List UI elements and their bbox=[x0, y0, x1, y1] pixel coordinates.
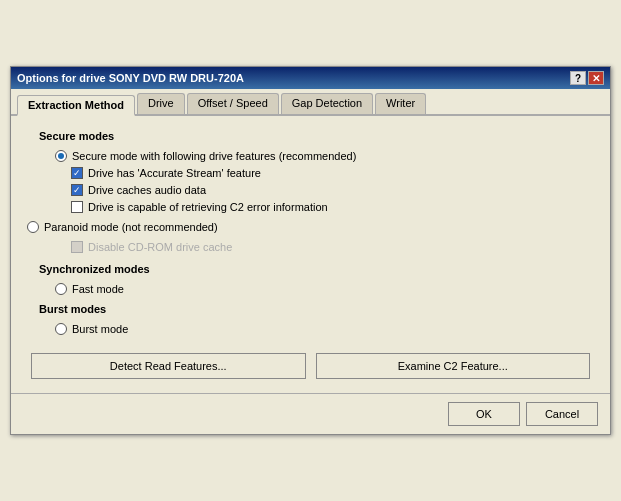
accurate-stream-checkbox[interactable] bbox=[71, 167, 83, 179]
secure-mode-text: Secure mode with following drive feature… bbox=[72, 150, 356, 162]
tab-extraction-method[interactable]: Extraction Method bbox=[17, 95, 135, 116]
synchronized-modes-label: Synchronized modes bbox=[39, 263, 594, 275]
tab-gap-detection[interactable]: Gap Detection bbox=[281, 93, 373, 114]
examine-c2-feature-button[interactable]: Examine C2 Feature... bbox=[316, 353, 591, 379]
burst-mode-text: Burst mode bbox=[72, 323, 128, 335]
detect-read-features-button[interactable]: Detect Read Features... bbox=[31, 353, 306, 379]
c2-error-label: Drive is capable of retrieving C2 error … bbox=[88, 201, 328, 213]
burst-mode-option[interactable]: Burst mode bbox=[55, 323, 594, 335]
caches-audio-label: Drive caches audio data bbox=[88, 184, 206, 196]
action-buttons: Detect Read Features... Examine C2 Featu… bbox=[27, 353, 594, 379]
paranoid-mode-option[interactable]: Paranoid mode (not recommended) bbox=[27, 221, 594, 233]
burst-mode-radio[interactable] bbox=[55, 323, 67, 335]
close-button[interactable]: ✕ bbox=[588, 71, 604, 85]
accurate-stream-row[interactable]: Drive has 'Accurate Stream' feature bbox=[71, 167, 594, 179]
paranoid-mode-radio[interactable] bbox=[27, 221, 39, 233]
help-button[interactable]: ? bbox=[570, 71, 586, 85]
ok-button[interactable]: OK bbox=[448, 402, 520, 426]
disable-cache-row: Disable CD-ROM drive cache bbox=[71, 241, 594, 253]
disable-cache-label: Disable CD-ROM drive cache bbox=[88, 241, 232, 253]
tab-bar: Extraction Method Drive Offset / Speed G… bbox=[11, 89, 610, 116]
cancel-button[interactable]: Cancel bbox=[526, 402, 598, 426]
secure-mode-option[interactable]: Secure mode with following drive feature… bbox=[55, 150, 594, 162]
c2-error-row[interactable]: Drive is capable of retrieving C2 error … bbox=[71, 201, 594, 213]
tab-offset-speed[interactable]: Offset / Speed bbox=[187, 93, 279, 114]
title-controls: ? ✕ bbox=[570, 71, 604, 85]
title-bar: Options for drive SONY DVD RW DRU-720A ?… bbox=[11, 67, 610, 89]
secure-mode-radio[interactable] bbox=[55, 150, 67, 162]
title-text: Options for drive SONY DVD RW DRU-720A bbox=[17, 72, 244, 84]
fast-mode-radio[interactable] bbox=[55, 283, 67, 295]
tab-writer[interactable]: Writer bbox=[375, 93, 426, 114]
footer: OK Cancel bbox=[11, 393, 610, 434]
content-area: Secure modes Secure mode with following … bbox=[11, 116, 610, 393]
fast-mode-option[interactable]: Fast mode bbox=[55, 283, 594, 295]
paranoid-mode-text: Paranoid mode (not recommended) bbox=[44, 221, 218, 233]
tab-drive[interactable]: Drive bbox=[137, 93, 185, 114]
fast-mode-text: Fast mode bbox=[72, 283, 124, 295]
main-window: Options for drive SONY DVD RW DRU-720A ?… bbox=[10, 66, 611, 435]
accurate-stream-label: Drive has 'Accurate Stream' feature bbox=[88, 167, 261, 179]
disable-cache-checkbox bbox=[71, 241, 83, 253]
window-title: Options for drive SONY DVD RW DRU-720A bbox=[17, 72, 244, 84]
caches-audio-row[interactable]: Drive caches audio data bbox=[71, 184, 594, 196]
c2-error-checkbox[interactable] bbox=[71, 201, 83, 213]
burst-modes-label: Burst modes bbox=[39, 303, 594, 315]
caches-audio-checkbox[interactable] bbox=[71, 184, 83, 196]
secure-modes-label: Secure modes bbox=[39, 130, 594, 142]
